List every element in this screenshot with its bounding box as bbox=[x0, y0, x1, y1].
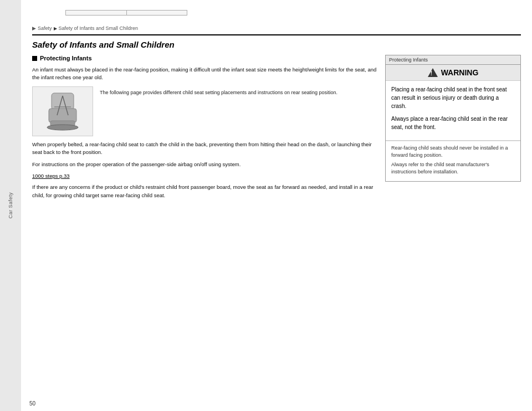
section-heading: Safety of Infants and Small Children bbox=[32, 40, 521, 49]
nav-btn-2[interactable] bbox=[126, 10, 187, 16]
image-caption-row: The following page provides different ch… bbox=[32, 86, 377, 136]
body-para-2: When properly belted, a rear-facing chil… bbox=[32, 141, 377, 157]
subsection-label: Protecting Infants bbox=[40, 55, 92, 61]
two-col-layout: Protecting Infants An infant must always… bbox=[32, 55, 521, 405]
car-seat-svg bbox=[35, 88, 90, 135]
body-para-3: For instructions on the proper operation… bbox=[32, 161, 377, 168]
car-seat-image bbox=[32, 86, 93, 136]
section-divider bbox=[32, 34, 521, 35]
warning-note-2: Always refer to the child seat manufactu… bbox=[391, 161, 515, 175]
warning-notes: Rear-facing child seats should never be … bbox=[386, 141, 520, 181]
subsection-heading: Protecting Infants bbox=[32, 55, 377, 61]
warning-text-2: Always place a rear-facing child seat in… bbox=[391, 115, 515, 131]
warning-triangle-icon bbox=[428, 68, 438, 77]
svg-point-6 bbox=[47, 125, 78, 130]
breadcrumb-part1: Safety bbox=[38, 25, 52, 31]
warning-text-1: Placing a rear-facing child seat in the … bbox=[391, 85, 515, 110]
body-para-1: An infant must always be placed in the r… bbox=[32, 66, 377, 82]
page-link[interactable]: 1000 steps p.33 bbox=[32, 173, 377, 179]
warning-banner: WARNING bbox=[386, 65, 520, 81]
subsection-square-icon bbox=[32, 56, 37, 61]
breadcrumb-icon: ▶ bbox=[32, 25, 36, 31]
breadcrumb-part2: Safety of Infants and Small Children bbox=[59, 25, 139, 31]
warning-box: Protecting Infants WARNING Placing a rea… bbox=[385, 55, 521, 182]
warning-note-1: Rear-facing child seats should never be … bbox=[391, 145, 515, 158]
nav-btn-1[interactable] bbox=[65, 10, 126, 16]
left-column: Protecting Infants An infant must always… bbox=[32, 55, 377, 405]
main-content: ▶ Safety ▶ Safety of Infants and Small C… bbox=[21, 0, 532, 411]
svg-rect-1 bbox=[49, 109, 76, 122]
warning-title: WARNING bbox=[441, 68, 479, 77]
page-number: 50 bbox=[29, 400, 35, 407]
image-caption: The following page provides different ch… bbox=[100, 86, 377, 136]
warning-body: Placing a rear-facing child seat in the … bbox=[386, 81, 520, 141]
sidebar-label: Car Safety bbox=[8, 192, 13, 219]
breadcrumb-separator: ▶ bbox=[54, 26, 57, 31]
warning-box-header: Protecting Infants bbox=[386, 55, 520, 65]
body-para-4: If there are any concerns if the product… bbox=[32, 183, 377, 199]
right-column: Protecting Infants WARNING Placing a rea… bbox=[385, 55, 521, 405]
breadcrumb: ▶ Safety ▶ Safety of Infants and Small C… bbox=[32, 25, 521, 31]
sidebar: Car Safety bbox=[0, 0, 21, 411]
top-nav bbox=[65, 10, 521, 16]
